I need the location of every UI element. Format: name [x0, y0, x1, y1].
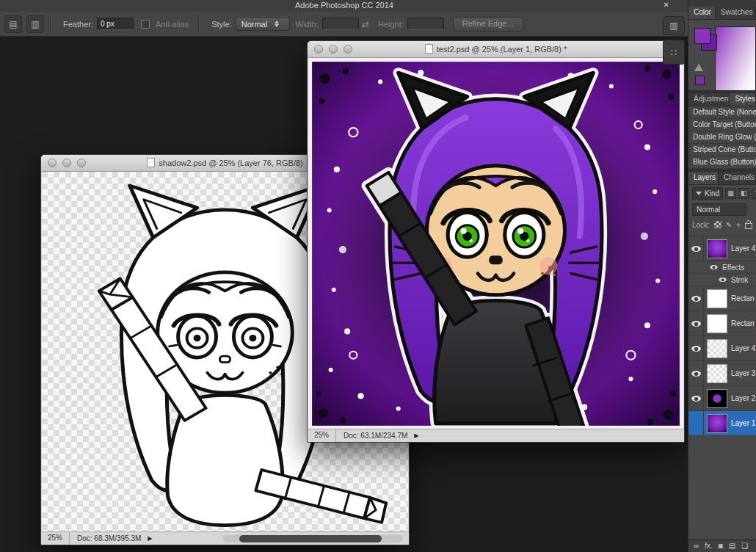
tab-color[interactable]: Color: [688, 7, 716, 19]
horizontal-scrollbar[interactable]: [223, 535, 403, 542]
visibility-cell[interactable]: [688, 361, 704, 385]
layer-row[interactable]: Rectan: [688, 286, 756, 311]
gamut-warning-icon[interactable]: [694, 64, 703, 71]
layer-thumbnail[interactable]: [707, 314, 727, 333]
eye-icon[interactable]: [691, 346, 701, 352]
layer-thumbnail[interactable]: [707, 389, 727, 408]
layer-thumbnail[interactable]: [707, 239, 727, 258]
panel-toggle-icon[interactable]: ▥: [26, 15, 44, 33]
layer-name[interactable]: Layer 1: [731, 419, 755, 427]
layer-row[interactable]: Rectan: [688, 311, 756, 336]
visibility-cell[interactable]: [688, 336, 704, 360]
zoom-window-icon[interactable]: [77, 159, 86, 167]
layer-name[interactable]: Layer 3: [731, 369, 755, 377]
lock-transparency-icon[interactable]: [714, 221, 722, 228]
layer-name[interactable]: Rectan: [731, 294, 755, 302]
collapsed-panel-icon[interactable]: ∷: [663, 40, 685, 65]
visibility-cell[interactable]: [688, 411, 704, 435]
height-input[interactable]: [407, 18, 444, 30]
colored-canvas-image[interactable]: [308, 58, 683, 429]
foreground-color-swatch[interactable]: [694, 28, 710, 44]
refine-edge-button[interactable]: Refine Edge...: [453, 17, 523, 32]
layer-style-fx-icon[interactable]: fx.: [705, 540, 713, 552]
layer-row-selected[interactable]: Layer 1: [688, 411, 756, 436]
eye-icon[interactable]: [691, 321, 701, 327]
zoom-level[interactable]: 25%: [41, 532, 70, 545]
antialias-checkbox[interactable]: [141, 20, 150, 29]
minimize-window-icon[interactable]: [62, 159, 71, 167]
visibility-cell[interactable]: [688, 286, 704, 310]
layer-thumbnail[interactable]: [707, 414, 727, 433]
layer-thumbnail[interactable]: [707, 364, 727, 383]
layer-effects-row[interactable]: Effects: [688, 261, 756, 274]
visibility-cell[interactable]: [688, 236, 704, 261]
layer-name[interactable]: Layer 4: [731, 344, 755, 352]
document-window-test2[interactable]: test2.psd @ 25% (Layer 1, RGB/8) *: [307, 40, 685, 443]
tab-swatches[interactable]: Swatches: [716, 7, 756, 19]
height-label: Height:: [378, 20, 404, 29]
layer-row[interactable]: Layer 4: [688, 236, 756, 261]
close-window-icon[interactable]: [314, 45, 323, 54]
app-close-icon[interactable]: ✕: [664, 1, 669, 9]
eye-icon[interactable]: [691, 396, 701, 402]
close-window-icon[interactable]: [48, 159, 57, 167]
eye-icon[interactable]: [691, 296, 701, 302]
document-proxy-icon: [425, 44, 433, 54]
layer-name[interactable]: Rectan: [731, 319, 755, 327]
feather-input[interactable]: 0 px: [97, 18, 134, 30]
filter-adjustment-icon[interactable]: ◧: [738, 188, 749, 199]
layer-row[interactable]: Layer 4: [688, 336, 756, 361]
layer-row[interactable]: Layer 2: [688, 386, 756, 411]
scrollbar-thumb[interactable]: [239, 535, 382, 542]
web-color-swatch[interactable]: [695, 76, 705, 85]
style-dropdown[interactable]: Normal: [236, 17, 290, 31]
layer-row[interactable]: Layer 3: [688, 361, 756, 386]
new-layer-icon[interactable]: ❏: [741, 540, 748, 552]
style-item[interactable]: Striped Cone (Button): [688, 144, 756, 156]
eye-icon[interactable]: [691, 246, 701, 252]
filter-kind-dropdown[interactable]: Kind: [692, 187, 723, 200]
eye-icon[interactable]: [710, 265, 717, 269]
layer-thumbnail[interactable]: [707, 339, 727, 358]
layer-name[interactable]: Layer 2: [731, 394, 755, 402]
tool-preset-icon[interactable]: ▤: [4, 15, 22, 33]
status-play-icon[interactable]: ▶: [414, 432, 418, 439]
collapsed-panel-icon[interactable]: ▥: [663, 16, 685, 35]
test2-titlebar[interactable]: test2.psd @ 25% (Layer 1, RGB/8) *: [308, 41, 684, 58]
layer-mask-icon[interactable]: ◙: [719, 540, 723, 552]
tab-styles[interactable]: Styles: [730, 93, 756, 106]
blend-mode-dropdown[interactable]: Normal: [692, 203, 746, 216]
swap-width-height-icon[interactable]: ⇄: [362, 19, 369, 29]
panel-column: Color Swatches Adjustments Styles Defaul…: [688, 0, 756, 552]
visibility-cell[interactable]: [688, 386, 704, 410]
style-item[interactable]: Default Style (None): [688, 106, 756, 119]
lock-position-icon[interactable]: +: [736, 221, 741, 229]
style-item[interactable]: Color Target (Button): [688, 119, 756, 131]
zoom-level[interactable]: 25%: [308, 429, 336, 442]
new-group-icon[interactable]: ▤: [729, 540, 735, 552]
layer-thumbnail[interactable]: [707, 289, 727, 308]
tab-channels[interactable]: Channels: [719, 172, 756, 184]
layer-stroke-row[interactable]: Strok: [688, 274, 756, 286]
zoom-window-icon[interactable]: [344, 45, 352, 54]
minimize-window-icon[interactable]: [329, 45, 338, 54]
color-picker-ramp[interactable]: [715, 26, 756, 91]
lock-paint-icon[interactable]: ✎: [726, 221, 732, 229]
test2-canvas[interactable]: [308, 58, 683, 429]
filter-type-icon[interactable]: T: [752, 188, 756, 199]
stroke-label[interactable]: Strok: [731, 276, 748, 284]
style-item[interactable]: Blue Glass (Button): [688, 156, 756, 169]
effects-label[interactable]: Effects: [722, 264, 744, 272]
link-layers-icon[interactable]: ∞: [694, 540, 699, 552]
lock-all-icon[interactable]: [745, 223, 752, 229]
tab-layers[interactable]: Layers: [688, 172, 719, 184]
eye-icon[interactable]: [719, 277, 726, 282]
status-play-icon[interactable]: ▶: [148, 535, 152, 542]
filter-pixel-icon[interactable]: ▦: [725, 188, 736, 199]
width-input[interactable]: [322, 18, 359, 30]
style-item[interactable]: Double Ring Glow (Bu: [688, 131, 756, 144]
visibility-cell[interactable]: [688, 311, 704, 335]
tab-adjustments[interactable]: Adjustments: [688, 93, 730, 106]
eye-icon[interactable]: [691, 371, 701, 377]
layer-name[interactable]: Layer 4: [731, 244, 755, 253]
